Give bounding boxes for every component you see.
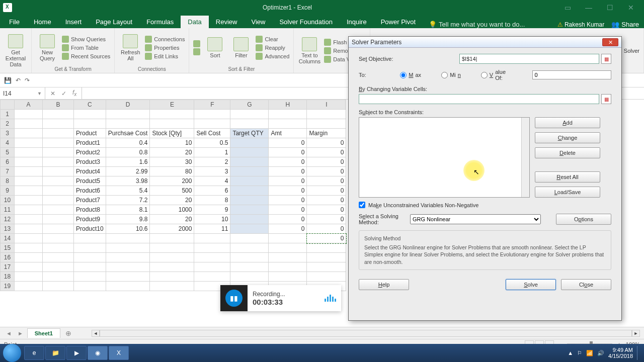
cell[interactable] (15, 205, 43, 215)
cell[interactable] (43, 205, 74, 215)
cell[interactable]: 0 (307, 224, 346, 234)
cell[interactable] (15, 243, 43, 253)
tell-me-input[interactable]: 💡 Tell me what you want to do... (429, 21, 525, 28)
cell[interactable]: Product1 (74, 138, 106, 148)
cell[interactable] (230, 224, 269, 234)
cell[interactable] (43, 167, 74, 176)
show-desktop-button[interactable] (637, 346, 641, 360)
cell[interactable] (74, 272, 106, 282)
row-header[interactable]: 15 (1, 243, 15, 253)
taskbar-ie-icon[interactable]: e (24, 346, 44, 360)
name-box[interactable]: I14 ▼ (0, 87, 45, 99)
undo-icon[interactable]: ↶ (16, 77, 21, 84)
cell[interactable] (43, 186, 74, 196)
row-header[interactable]: 12 (1, 215, 15, 224)
range-picker-icon[interactable]: ▦ (601, 94, 611, 104)
row-header[interactable]: 10 (1, 196, 15, 205)
cell[interactable]: Product3 (74, 157, 106, 167)
delete-constraint-button[interactable]: Delete (535, 147, 600, 158)
cell[interactable] (230, 243, 269, 253)
share-button[interactable]: 👥Share (611, 21, 639, 28)
cell[interactable]: 0 (307, 186, 346, 196)
tab-data[interactable]: Data (181, 16, 208, 28)
row-header[interactable]: 3 (1, 129, 15, 138)
col-header[interactable]: I (307, 100, 346, 110)
cell[interactable] (230, 262, 269, 272)
col-header[interactable]: H (269, 100, 307, 110)
cell[interactable] (15, 138, 43, 148)
col-header[interactable]: G (230, 100, 269, 110)
cell[interactable]: 0 (269, 224, 307, 234)
max-radio[interactable]: Max (400, 72, 421, 78)
cell[interactable] (43, 176, 74, 186)
show-queries-button[interactable]: Show Queries (62, 36, 110, 43)
cancel-formula-icon[interactable]: ✕ (50, 90, 55, 97)
cell[interactable]: 6 (194, 186, 230, 196)
enter-formula-icon[interactable]: ✓ (61, 90, 66, 97)
cell[interactable] (43, 262, 74, 272)
scroll-left-button[interactable]: ◄ (92, 330, 100, 337)
cell[interactable] (15, 215, 43, 224)
changing-cells-input[interactable] (359, 94, 599, 104)
cell[interactable]: 0 (269, 176, 307, 186)
cell[interactable]: 1 (194, 148, 230, 157)
cell[interactable]: 2000 (150, 224, 194, 234)
cell[interactable] (43, 282, 74, 291)
ribbon-display-icon[interactable]: ▭ (557, 3, 578, 13)
cell[interactable] (269, 110, 307, 119)
cell[interactable]: Sell Cost (194, 129, 230, 138)
range-picker-icon[interactable]: ▦ (601, 54, 611, 64)
recent-sources-button[interactable]: Recent Sources (62, 53, 110, 60)
tab-review[interactable]: Review (209, 16, 245, 28)
cell[interactable] (15, 272, 43, 282)
cell[interactable]: 0.4 (106, 138, 150, 148)
col-header[interactable]: B (43, 100, 74, 110)
text-to-columns-button[interactable]: Text to Columns (298, 37, 321, 64)
tab-insert[interactable]: Insert (58, 16, 89, 28)
cell[interactable]: Stock [Qty] (150, 129, 194, 138)
cell[interactable] (106, 234, 150, 243)
sheet-tab[interactable]: Sheet1 (27, 328, 60, 338)
cell[interactable]: 0 (269, 186, 307, 196)
cell[interactable] (230, 167, 269, 176)
cell[interactable] (269, 243, 307, 253)
cell[interactable]: 10 (194, 215, 230, 224)
close-button[interactable]: Close (561, 279, 611, 290)
cell[interactable]: 0 (269, 196, 307, 205)
cell[interactable]: Product10 (74, 224, 106, 234)
cell[interactable] (15, 262, 43, 272)
cell[interactable]: Product8 (74, 205, 106, 215)
cell[interactable]: 0 (307, 167, 346, 176)
row-header[interactable]: 19 (1, 282, 15, 291)
cell[interactable] (150, 234, 194, 243)
horizontal-scrollbar[interactable] (100, 330, 632, 337)
cell[interactable]: Product6 (74, 186, 106, 196)
cell[interactable] (150, 243, 194, 253)
sort-az-button[interactable] (193, 40, 200, 55)
cell[interactable] (15, 110, 43, 119)
cell[interactable]: 11 (194, 224, 230, 234)
refresh-all-button[interactable]: Refresh All (119, 34, 142, 61)
cell[interactable] (43, 253, 74, 262)
tab-page-layout[interactable]: Page Layout (89, 16, 139, 28)
advanced-button[interactable]: Advanced (256, 53, 289, 60)
cell[interactable] (307, 119, 346, 129)
cell[interactable] (43, 148, 74, 157)
cell[interactable] (15, 148, 43, 157)
clear-button[interactable]: Clear (256, 36, 289, 43)
cell[interactable] (15, 176, 43, 186)
row-header[interactable]: 1 (1, 110, 15, 119)
cell[interactable] (15, 282, 43, 291)
row-header[interactable]: 9 (1, 186, 15, 196)
taskbar-media-icon[interactable]: ▶ (66, 346, 87, 360)
tray-volume-icon[interactable]: 🔊 (597, 350, 604, 356)
cell[interactable] (230, 110, 269, 119)
row-header[interactable]: 5 (1, 148, 15, 157)
cell[interactable] (230, 176, 269, 186)
cell[interactable] (230, 148, 269, 157)
cell[interactable]: 0 (269, 167, 307, 176)
cell[interactable]: 0.8 (106, 148, 150, 157)
fx-icon[interactable]: fx (72, 89, 76, 97)
cell[interactable] (230, 157, 269, 167)
minimize-icon[interactable]: ― (579, 3, 599, 13)
